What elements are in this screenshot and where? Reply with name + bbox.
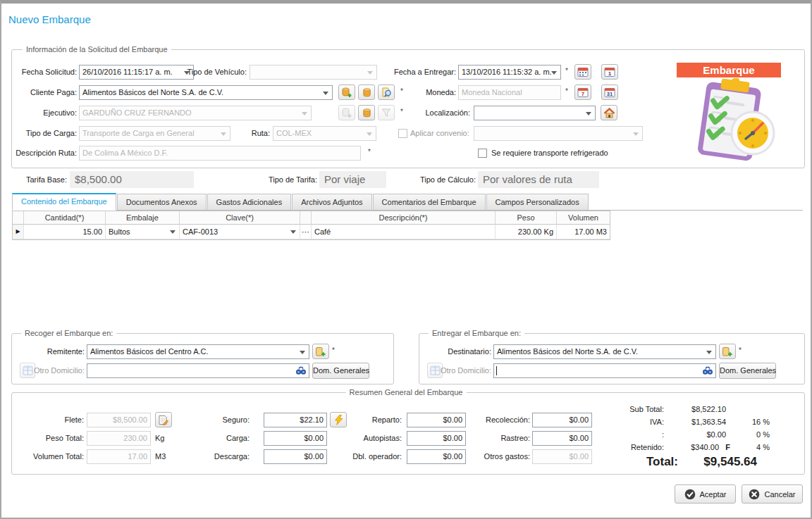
svg-text:1: 1 [608, 70, 612, 77]
dom-generales-button[interactable]: Dom. Generales [312, 363, 369, 379]
volumen-total-label: Volumen Total: [7, 449, 84, 463]
chevron-down-icon [367, 132, 372, 136]
dbl-operador-label: Dbl. operador: [326, 449, 402, 463]
otro-domicilio-input[interactable] [87, 363, 309, 378]
svg-text:31: 31 [607, 91, 613, 97]
moneda-field: Moneda Nacional [458, 85, 561, 100]
grid-header-volumen[interactable]: Volumen [557, 211, 610, 225]
seguro-input[interactable]: $22.10 [264, 413, 327, 427]
binoculars-icon[interactable] [702, 366, 713, 378]
calendar-day7-button[interactable]: 7 [574, 85, 591, 100]
rastreo-input[interactable]: $0.00 [532, 431, 592, 446]
descarga-label: Descarga: [178, 449, 250, 463]
cell-volumen[interactable]: 17.00 M3 [557, 225, 610, 239]
carga-input[interactable]: $0.00 [264, 431, 327, 446]
calendar-day1-button[interactable]: 1 [601, 64, 618, 80]
descarga-input[interactable]: $0.00 [264, 449, 327, 464]
grid-header-clave[interactable]: Clave(*) [180, 211, 300, 225]
database-icon [362, 108, 371, 118]
chevron-down-icon[interactable] [170, 230, 176, 234]
tipo-vehiculo-label: Tipo de Vehículo: [171, 65, 247, 79]
retenido-pct: 4 % [734, 443, 770, 451]
chevron-down-icon[interactable] [323, 92, 328, 95]
add-ejecutivo-button [338, 105, 355, 120]
tipo-vehiculo-combo [250, 65, 377, 80]
add-remitente-button[interactable] [312, 344, 329, 359]
aceptar-label: Aceptar [700, 490, 727, 499]
recoleccion-input[interactable]: $0.00 [532, 413, 592, 427]
required-marker: * [368, 148, 371, 156]
entregar-legend: Entregar el Embarque en: [429, 329, 524, 337]
chevron-down-icon[interactable] [300, 351, 305, 354]
cell-peso[interactable]: 230.00 Kg [496, 225, 557, 239]
grid-header-embalaje[interactable]: Embalaje [106, 211, 180, 225]
text-caret [496, 366, 497, 375]
tipo-tarifa-label: Tipo de Tarifa: [255, 173, 317, 187]
sub-total-label: Sub Total: [593, 405, 664, 413]
grid-header-row: Cantidad(*) Embalaje Clave(*) Descripció… [13, 211, 610, 225]
chevron-down-icon[interactable] [586, 112, 591, 115]
aceptar-button[interactable]: Aceptar [675, 484, 736, 504]
otro-domicilio-input[interactable] [493, 363, 716, 378]
calendar-button[interactable] [574, 64, 591, 80]
cancelar-button[interactable]: Cancelar [742, 484, 803, 504]
search-client-button[interactable] [378, 85, 395, 100]
edit-flete-button[interactable] [155, 412, 172, 427]
sub-total-value: $8,522.10 [670, 405, 726, 413]
iva-value: $1,363.54 [670, 418, 726, 426]
chevron-down-icon[interactable] [551, 71, 557, 75]
edit-note-icon [158, 415, 169, 425]
cell-descripcion[interactable]: Café [312, 225, 496, 239]
flete-label: Flete: [7, 413, 84, 427]
embarque-banner: Embarque [677, 63, 781, 77]
grid-header-cantidad[interactable]: Cantidad(*) [24, 211, 106, 225]
destinatario-combo[interactable]: Alimentos Básicos del Norte S.A. de C.V. [493, 344, 716, 359]
retenido-value: $340.00 [670, 443, 719, 451]
binoculars-icon[interactable] [295, 366, 307, 378]
peso-unit-label: Kg [155, 431, 164, 445]
chevron-down-icon[interactable] [290, 230, 296, 234]
card-add-icon [315, 346, 326, 357]
grid-header-peso[interactable]: Peso [496, 211, 557, 225]
required-marker: * [565, 67, 568, 75]
tab-archivos-adjuntos[interactable]: Archivos Adjuntos [292, 194, 371, 210]
cell-cantidad[interactable]: 15.00 [24, 225, 106, 239]
aplicar-convenio-checkbox [398, 129, 407, 138]
svg-text:7: 7 [582, 91, 585, 97]
fecha-entregar-combo[interactable]: 13/10/2016 11:15:32 a. m. [458, 65, 561, 80]
add-client-button[interactable] [338, 85, 355, 100]
dom-generales-button[interactable]: Dom. Generales [719, 363, 776, 379]
add-destinatario-button[interactable] [719, 344, 736, 359]
tab-gastos-adicionales[interactable]: Gastos Adicionales [207, 194, 292, 210]
tipo-calculo-value: Por valores de ruta [478, 171, 599, 188]
localizacion-combo[interactable] [474, 106, 596, 120]
cell-embalaje[interactable]: Bultos [106, 225, 180, 239]
client-catalog-button[interactable] [358, 85, 375, 100]
required-marker: * [332, 346, 335, 354]
cell-clave[interactable]: CAF-0013 [180, 225, 300, 239]
refrigerado-checkbox[interactable] [478, 149, 487, 158]
recoleccion-label: Recolección: [453, 413, 530, 427]
grid-header-descripcion[interactable]: Descripción(*) [312, 211, 496, 225]
tab-contenido-del-embarque[interactable]: Contenido del Embarque [12, 193, 116, 211]
tab-documentos-anexos[interactable]: Documentos Anexos [117, 194, 207, 210]
chevron-down-icon[interactable] [706, 351, 712, 354]
cliente-paga-combo[interactable]: Alimentos Básicos del Norte S.A. de C.V. [79, 85, 333, 100]
retenido-label: Retenido: [593, 443, 664, 451]
tab-campos-personalizados[interactable]: Campos Personalizados [486, 194, 589, 210]
ellipsis-button[interactable]: ⋯ [300, 225, 312, 239]
tab-comentarios-del-embarque[interactable]: Comentarios del Embarque [373, 194, 486, 210]
database-icon [362, 88, 371, 97]
calendar-7-icon: 7 [577, 87, 589, 98]
iva-label: IVA: [593, 418, 664, 426]
table-row: ▶ 15.00 Bultos CAF-0013 ⋯ Café 230.00 Kg… [13, 225, 610, 239]
nuevo-embarque-window: Nuevo Embarque Información de la Solicit… [0, 0, 812, 519]
ejecutivo-catalog-button[interactable] [358, 105, 375, 120]
tipo-tarifa-value: Por viaje [319, 171, 386, 188]
calendar-day31-button[interactable]: 31 [601, 85, 618, 100]
recoger-legend: Recoger el Embarque en: [21, 329, 116, 337]
volumen-unit-label: M3 [155, 449, 166, 463]
tarifa-base-label: Tarifa Base: [7, 173, 67, 187]
home-address-button[interactable] [601, 105, 617, 120]
remitente-combo[interactable]: Alimentos Básicos del Centro A.C. [87, 344, 309, 359]
